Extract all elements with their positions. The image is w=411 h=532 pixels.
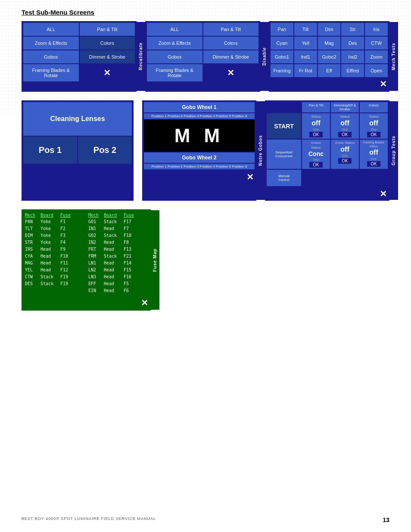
recalibrate-tab: Recalibrate: [136, 22, 145, 91]
fuse-close[interactable]: ✕: [141, 298, 148, 308]
mech-des[interactable]: Des: [341, 37, 364, 50]
mech-str[interactable]: Str: [341, 23, 364, 36]
disable-close[interactable]: ✕: [227, 68, 234, 78]
group-tests-menu: Pan & Tilt Dimming/Eff & Shutter Colors …: [265, 100, 389, 201]
recal-pan-tilt[interactable]: Pan & Tilt: [80, 23, 135, 36]
group-colors-ok1[interactable]: OK: [367, 132, 380, 137]
cleaning-pos1[interactable]: Pos 1: [23, 137, 77, 164]
mech-tests-tab: Mech Tests: [389, 22, 398, 91]
gobo-wheel1-positions: Position 1 Position 2 Position 3 Positio…: [144, 113, 255, 119]
mech-ctw[interactable]: CTW: [365, 37, 388, 50]
disable-all[interactable]: ALL: [147, 23, 202, 36]
group-manual-label: ManualControl: [267, 170, 301, 186]
group-pan-conc: Gobos Status Conc Step OK: [302, 140, 330, 169]
mech-effind[interactable]: EffInd: [341, 64, 364, 77]
group-colors-off2: Framing Blades Status off Step OK: [360, 140, 388, 169]
mech-zoom[interactable]: Zoom: [365, 50, 388, 63]
recal-framing[interactable]: Framing Blades & Rotate: [23, 64, 79, 81]
mech-ind1[interactable]: Ind1: [294, 50, 317, 63]
group-colors-off1: Status off Step OK: [360, 113, 388, 139]
group-shutter-off2: Zoom Status off Step OK: [331, 140, 359, 169]
group-pan-off1: Status off Step OK: [302, 113, 330, 139]
fuse-map: Mech Board Fuse PANYokeF1 TLTYokeF2 DIMY…: [22, 209, 151, 311]
notre-gobos-tab: Notre Gobos: [255, 101, 265, 200]
mech-yell[interactable]: Yell: [294, 37, 317, 50]
disable-zoom-effects[interactable]: Zoom & Effects: [147, 37, 202, 50]
disable-framing[interactable]: Framing Blades & Rotate: [147, 64, 202, 81]
cleaning-pos2[interactable]: Pos 2: [78, 137, 132, 164]
mech-fr-rot[interactable]: Fr Rot: [294, 64, 317, 77]
page-title: Test Sub-Menu Screens: [22, 9, 389, 16]
group-shutter-ok1[interactable]: OK: [338, 132, 351, 137]
mech-gobo2[interactable]: Gobo2: [318, 50, 341, 63]
mech-eff[interactable]: Eff: [318, 64, 341, 77]
recalibrate-menu: ALL Pan & Tilt Zoom & Effects Colors Gob…: [22, 21, 137, 92]
recal-dimmer-strobe[interactable]: Dimmer & Strobe: [80, 50, 135, 63]
disable-dimmer-strobe[interactable]: Dimmer & Strobe: [203, 50, 259, 63]
disable-menu: ALL Pan & Tilt Zoom & Effects Colors Gob…: [145, 21, 260, 92]
recal-zoom-effects[interactable]: Zoom & Effects: [23, 37, 79, 50]
group-tests-tab: Group Tests: [389, 101, 398, 200]
disable-colors[interactable]: Colors: [203, 37, 259, 50]
mech-iris[interactable]: Iris: [365, 23, 388, 36]
disable-tab: Disable: [259, 22, 269, 91]
mech-cyan[interactable]: Cyan: [271, 37, 293, 50]
mech-close[interactable]: ✕: [380, 79, 387, 89]
group-header-pan: Pan & Tilt: [302, 102, 330, 112]
group-pan-ok1[interactable]: OK: [309, 132, 322, 137]
mech-framing[interactable]: Framing: [271, 64, 293, 77]
gobo-wheel-menu: Gobo Wheel 1 Position 1 Position 2 Posit…: [142, 100, 256, 201]
recal-close[interactable]: ✕: [103, 68, 111, 78]
footer-page-number: 13: [383, 516, 389, 523]
mech-dim[interactable]: Dim: [318, 23, 341, 36]
group-header-colors: Colors: [360, 102, 388, 112]
gobo-wheel2-positions: Position 1 Position 2 Position 3 Positio…: [144, 164, 255, 169]
mech-pan[interactable]: Pan: [271, 23, 293, 36]
fuse-map-tab: Fuse Map: [150, 210, 159, 310]
fuse-col2: Mech Board Fuse GO1StackF17 IN1HeadF7 GO…: [88, 213, 147, 294]
recal-colors[interactable]: Colors: [80, 37, 135, 50]
mech-gobo1[interactable]: Gobo1: [271, 50, 293, 63]
page-footer: BEST BOY 4000® SPOT LUMINAIRE FIELD SERV…: [0, 516, 411, 523]
disable-pan-tilt[interactable]: Pan & Tilt: [203, 23, 259, 36]
gobo-wheel1-display: M M: [144, 120, 255, 152]
mech-mag[interactable]: Mag: [318, 37, 341, 50]
recal-all[interactable]: ALL: [23, 23, 79, 36]
group-close[interactable]: ✕: [380, 189, 387, 199]
group-start[interactable]: START: [267, 113, 301, 139]
gobo-wheel2-title: Gobo Wheel 2: [144, 152, 255, 163]
gobo-close[interactable]: ✕: [246, 172, 254, 182]
recal-gobos[interactable]: Gobos: [23, 50, 79, 63]
group-shutter-ok2[interactable]: OK: [338, 158, 351, 164]
mech-tests-menu: Pan Tilt Dim Str Iris Cyan Yell Mag Des …: [269, 21, 389, 92]
group-row2-label: Sequential/Concurrent: [267, 140, 301, 169]
gobo-wheel1-title: Gobo Wheel 1: [144, 102, 255, 112]
group-header-shutter: Dimming/Eff & Shutter: [331, 102, 359, 112]
mech-tilt[interactable]: Tilt: [294, 23, 317, 36]
group-pan-ok2[interactable]: OK: [309, 162, 322, 168]
mech-open[interactable]: Open: [365, 64, 388, 77]
fuse-col1: Mech Board Fuse PANYokeF1 TLTYokeF2 DIMY…: [25, 213, 84, 294]
footer-manual-title: BEST BOY 4000® SPOT LUMINAIRE FIELD SERV…: [22, 516, 156, 523]
group-shutter-off1: Status off Step OK: [331, 113, 359, 139]
cleaning-title: Cleaning Lenses: [23, 102, 132, 136]
disable-gobos[interactable]: Gobos: [147, 50, 202, 63]
group-colors-ok2[interactable]: OK: [367, 161, 380, 167]
mech-ind2[interactable]: Ind2: [341, 50, 364, 63]
cleaning-lenses-menu: Cleaning Lenses Pos 1 Pos 2: [22, 100, 134, 201]
